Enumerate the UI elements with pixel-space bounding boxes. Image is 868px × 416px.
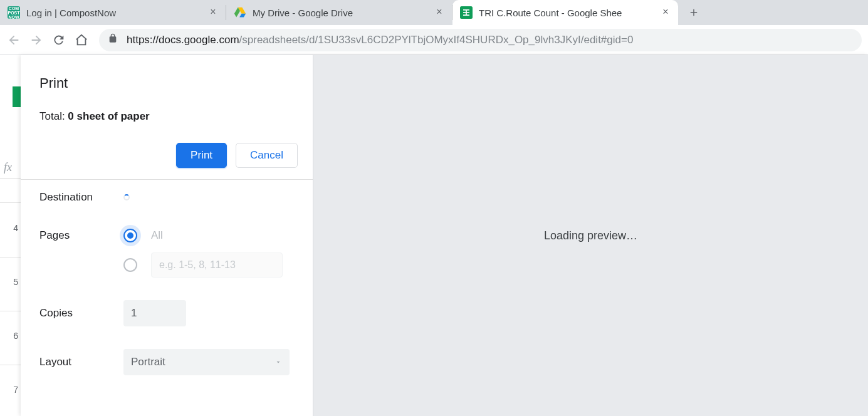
destination-row: Destination xyxy=(39,180,294,215)
compost-icon: COMPOSTNOW xyxy=(8,6,20,19)
new-tab-button[interactable] xyxy=(683,2,704,23)
tab-title: TRI C.Route Count - Google Shee xyxy=(479,8,661,18)
total-prefix: Total: xyxy=(39,110,68,122)
close-icon[interactable]: × xyxy=(661,8,671,18)
tab-sheets-active[interactable]: TRI C.Route Count - Google Shee × xyxy=(452,0,678,25)
print-preview-area: Loading preview… xyxy=(313,55,868,416)
pages-row-all: Pages All xyxy=(39,215,294,249)
spreadsheet-left-edge: fx 4 5 6 7 xyxy=(0,55,21,416)
formula-bar-label: fx xyxy=(4,161,12,174)
layout-value: Portrait xyxy=(131,356,165,368)
reload-button[interactable] xyxy=(48,29,70,51)
print-total: Total: 0 sheet of paper xyxy=(39,110,294,123)
print-settings-panel: Print Total: 0 sheet of paper Print Canc… xyxy=(21,55,313,416)
print-dialog: Print Total: 0 sheet of paper Print Canc… xyxy=(21,55,868,416)
tab-drive[interactable]: My Drive - Google Drive × xyxy=(226,0,452,25)
back-button[interactable] xyxy=(3,29,25,51)
forward-button[interactable] xyxy=(25,29,48,51)
total-value: 0 sheet of paper xyxy=(68,110,149,122)
print-button[interactable]: Print xyxy=(176,143,227,168)
tab-compostnow[interactable]: COMPOSTNOW Log in | CompostNow × xyxy=(0,0,226,25)
layout-row: Layout Portrait xyxy=(39,338,294,387)
address-bar[interactable]: https://docs.google.com/spreadsheets/d/1… xyxy=(99,29,862,51)
row-border xyxy=(0,178,21,179)
copies-row: Copies xyxy=(39,289,294,338)
page-content: fx 4 5 6 7 Print Total: 0 sheet of paper… xyxy=(0,55,868,416)
row-border xyxy=(0,311,21,311)
pages-all-radio[interactable] xyxy=(123,229,137,242)
layout-select[interactable]: Portrait xyxy=(123,349,290,375)
row-border xyxy=(0,365,21,365)
destination-label: Destination xyxy=(39,191,123,204)
loading-spinner-icon xyxy=(123,194,130,200)
row-number[interactable]: 7 xyxy=(0,385,21,395)
print-dialog-title: Print xyxy=(39,75,294,91)
row-number[interactable]: 6 xyxy=(0,331,21,341)
close-icon[interactable]: × xyxy=(208,8,218,18)
layout-label: Layout xyxy=(39,356,123,368)
tab-title: Log in | CompostNow xyxy=(26,8,208,18)
copies-input[interactable] xyxy=(123,300,186,326)
row-number[interactable]: 4 xyxy=(0,223,21,233)
pages-custom-input[interactable] xyxy=(151,252,283,278)
tab-title: My Drive - Google Drive xyxy=(253,8,434,18)
pages-row-custom xyxy=(39,249,294,289)
home-button[interactable] xyxy=(70,29,93,51)
chevron-down-icon xyxy=(275,358,282,366)
cancel-button[interactable]: Cancel xyxy=(236,143,298,168)
lock-icon xyxy=(108,33,118,46)
tab-strip: COMPOSTNOW Log in | CompostNow × My Driv… xyxy=(0,0,868,25)
preview-loading-text: Loading preview… xyxy=(544,229,637,242)
svg-rect-4 xyxy=(466,9,467,16)
browser-toolbar: https://docs.google.com/spreadsheets/d/1… xyxy=(0,25,868,55)
close-icon[interactable]: × xyxy=(434,8,444,18)
row-border xyxy=(0,202,21,203)
url-host: https://docs.google.com xyxy=(127,34,239,46)
sheets-icon xyxy=(460,6,473,19)
copies-label: Copies xyxy=(39,307,123,320)
sheets-brand-stripe xyxy=(13,86,21,107)
pages-label: Pages xyxy=(39,229,123,242)
url-path: /spreadsheets/d/1SU33svL6CD2PYlTbjOMyxIf… xyxy=(239,34,634,46)
pages-custom-radio[interactable] xyxy=(123,258,137,272)
row-number[interactable]: 5 xyxy=(0,277,21,287)
pages-all-label: All xyxy=(151,229,163,242)
row-border xyxy=(0,257,21,257)
drive-icon xyxy=(234,6,246,19)
